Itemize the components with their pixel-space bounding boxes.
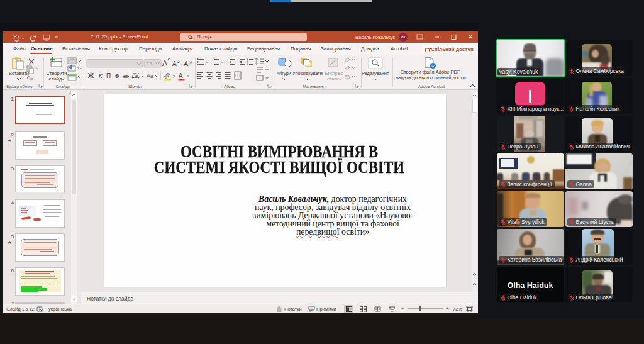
svg-text:Ж: Ж: [87, 72, 94, 79]
svg-text:Упорядкувати: Упорядкувати: [292, 70, 323, 76]
svg-text:П: П: [106, 72, 111, 79]
svg-text:Редагування: Редагування: [362, 70, 389, 76]
svg-text:Фігури: Фігури: [277, 70, 291, 76]
svg-text:Абзац: Абзац: [224, 84, 236, 89]
svg-text:A: A: [172, 60, 177, 67]
svg-text:Створити файл Adobe PDF і: Створити файл Adobe PDF і: [401, 69, 463, 75]
svg-text:Малювання: Малювання: [303, 84, 325, 89]
svg-text:Adobe Acrobat: Adobe Acrobat: [418, 84, 445, 89]
svg-text:слайд: слайд: [49, 76, 62, 82]
svg-text:стилі: стилі: [327, 76, 338, 82]
svg-text:ab: ab: [123, 74, 129, 79]
svg-text:Вставити: Вставити: [9, 70, 29, 76]
svg-text:A: A: [162, 59, 167, 68]
svg-text:Aa: Aa: [147, 73, 153, 79]
svg-text:надати до нього спільний досту: надати до нього спільний доступ: [396, 75, 467, 80]
svg-text:A: A: [184, 60, 189, 67]
svg-text:AV: AV: [132, 72, 139, 78]
svg-text:Шрифт: Шрифт: [128, 84, 142, 89]
svg-text:Буфер обміну: Буфер обміну: [6, 84, 33, 89]
svg-text:Слайди: Слайди: [55, 84, 70, 89]
svg-text:S: S: [115, 72, 119, 79]
svg-text:16: 16: [147, 61, 152, 67]
svg-text:К: К: [99, 72, 103, 79]
svg-text:А: А: [179, 72, 183, 79]
